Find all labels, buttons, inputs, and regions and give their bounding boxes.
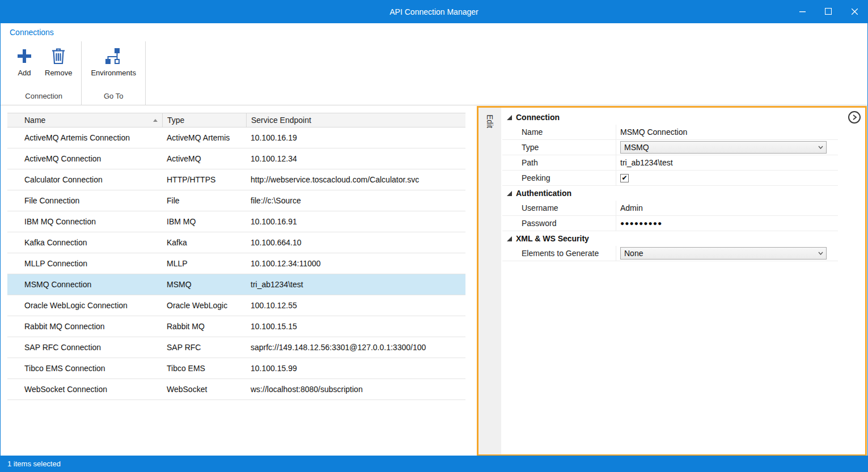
property-group-header-authentication[interactable]: Authentication	[502, 186, 838, 201]
field-value: ✔	[616, 171, 838, 185]
row-type-cell: ActiveMQ	[162, 148, 246, 169]
row-name-cell: Oracle WebLogic Connection	[7, 295, 162, 316]
table-row[interactable]: SAP RFC Connection SAP RFC saprfc://149.…	[7, 337, 465, 358]
sort-ascending-icon	[153, 119, 158, 122]
field-label: Type	[502, 140, 616, 155]
ribbon-group-label-go-to: Go To	[85, 91, 141, 105]
edit-panel-tab[interactable]: Edit	[479, 108, 501, 454]
environments-button-label: Environments	[91, 69, 136, 77]
chevron-down-icon	[818, 146, 823, 149]
elements-to-generate-dropdown-value: None	[624, 249, 643, 258]
environments-button[interactable]: Environments	[85, 44, 141, 77]
row-endpoint-cell: 10.100.15.99	[246, 358, 465, 379]
password-field[interactable]: ●●●●●●●●●	[616, 216, 838, 231]
field-value: MSMQ	[616, 140, 838, 155]
row-name-cell: File Connection	[7, 190, 162, 211]
row-type-cell: Oracle WebLogic	[162, 295, 246, 316]
row-type-cell: MLLP	[162, 253, 246, 274]
chevron-down-icon	[818, 252, 823, 255]
row-endpoint-cell: 10.100.664.10	[246, 232, 465, 253]
property-group-header-connection[interactable]: Connection	[502, 110, 838, 125]
row-type-cell: Tibco EMS	[162, 358, 246, 379]
row-endpoint-cell: 10.100.12.34	[246, 148, 465, 169]
row-endpoint-cell: 10.100.15.15	[246, 316, 465, 337]
app-window: API Connection Manager Connections	[0, 0, 868, 472]
field-value: None	[616, 246, 838, 261]
row-type-cell: HTTP/HTTPS	[162, 169, 246, 190]
property-group-label: Authentication	[516, 189, 571, 198]
remove-icon	[50, 45, 67, 67]
add-icon	[15, 45, 33, 67]
status-bar: 1 items selected	[1, 456, 867, 471]
row-endpoint-cell: 10.100.12.34:11000	[246, 253, 465, 274]
row-type-cell: MSMQ	[162, 274, 246, 295]
window-controls	[789, 1, 867, 23]
window-title: API Connection Manager	[79, 7, 789, 16]
column-header-service-endpoint[interactable]: Service Endpoint	[246, 113, 465, 127]
table-row[interactable]: ActiveMQ Connection ActiveMQ 10.100.12.3…	[7, 148, 465, 169]
row-name-cell: Kafka Connection	[7, 232, 162, 253]
name-field[interactable]: MSMQ Connection	[616, 125, 838, 139]
row-endpoint-cell: 100.10.12.55	[246, 295, 465, 316]
row-name-cell: WebSocket Connection	[7, 379, 162, 399]
row-endpoint-cell: 10.100.16.91	[246, 211, 465, 232]
row-type-cell: File	[162, 190, 246, 211]
path-field[interactable]: tri_ab1234\test	[616, 155, 838, 170]
field-label: Elements to Generate	[502, 246, 616, 261]
collapse-icon	[507, 115, 512, 120]
add-button-label: Add	[18, 69, 31, 77]
ribbon-group-label-connection: Connection	[10, 91, 78, 105]
chevron-right-icon	[852, 112, 857, 122]
table-row[interactable]: Calculator Connection HTTP/HTTPS http://…	[7, 169, 465, 190]
table-row[interactable]: WebSocket Connection WebSocket ws://loca…	[7, 379, 465, 400]
row-endpoint-cell: file://c:\Source	[246, 190, 465, 211]
property-group-header-xml-ws-security[interactable]: XML & WS Security	[502, 231, 838, 246]
maximize-button[interactable]	[815, 1, 841, 23]
elements-to-generate-dropdown[interactable]: None	[620, 247, 827, 260]
close-button[interactable]	[841, 1, 867, 23]
collapse-icon	[507, 236, 512, 241]
field-row-type: Type MSMQ	[502, 140, 838, 155]
status-text: 1 items selected	[7, 460, 61, 468]
collapse-panel-button[interactable]	[848, 111, 861, 124]
row-type-cell: Rabbit MQ	[162, 316, 246, 337]
table-row[interactable]: Kafka Connection Kafka 10.100.664.10	[7, 232, 465, 253]
tab-connections[interactable]: Connections	[10, 28, 54, 37]
table-row[interactable]: Rabbit MQ Connection Rabbit MQ 10.100.15…	[7, 316, 465, 337]
table-row[interactable]: IBM MQ Connection IBM MQ 10.100.16.91	[7, 211, 465, 232]
row-type-cell: WebSocket	[162, 379, 246, 399]
row-type-cell: ActiveMQ Artemis	[162, 127, 246, 148]
table-row[interactable]: ActiveMQ Artemis Connection ActiveMQ Art…	[7, 127, 465, 148]
row-type-cell: Kafka	[162, 232, 246, 253]
table-row[interactable]: Oracle WebLogic Connection Oracle WebLog…	[7, 295, 465, 316]
row-type-cell: SAP RFC	[162, 337, 246, 358]
type-dropdown[interactable]: MSMQ	[620, 141, 827, 154]
peeking-checkbox[interactable]: ✔	[620, 174, 629, 182]
type-dropdown-value: MSMQ	[624, 143, 649, 152]
table-row[interactable]: MLLP Connection MLLP 10.100.12.34:11000	[7, 253, 465, 274]
username-field[interactable]: Admin	[616, 201, 838, 215]
row-name-cell: ActiveMQ Artemis Connection	[7, 127, 162, 148]
table-row-selected[interactable]: MSMQ Connection MSMQ tri_ab1234\test	[7, 274, 465, 295]
close-icon	[852, 7, 858, 17]
ribbon-group-go-to: Environments Go To	[82, 41, 145, 105]
maximize-icon	[825, 7, 832, 17]
table-row[interactable]: File Connection File file://c:\Source	[7, 190, 465, 211]
property-group-label: Connection	[516, 113, 560, 122]
property-grid: Connection Name MSMQ Connection Type MSM…	[501, 108, 865, 454]
ribbon-group-buttons: Add Remove	[10, 41, 78, 91]
minimize-button[interactable]	[789, 1, 815, 23]
row-name-cell: Tibco EMS Connection	[7, 358, 162, 379]
field-label: Path	[502, 155, 616, 170]
column-header-name[interactable]: Name	[7, 113, 162, 127]
remove-button[interactable]: Remove	[39, 44, 78, 77]
row-endpoint-cell: 10.100.16.19	[246, 127, 465, 148]
column-header-type[interactable]: Type	[162, 113, 246, 127]
field-label: Peeking	[502, 171, 616, 185]
add-button[interactable]: Add	[10, 44, 39, 77]
connections-table: Name Type Service Endpoint ActiveMQ Arte…	[7, 113, 465, 400]
row-name-cell: Calculator Connection	[7, 169, 162, 190]
table-row[interactable]: Tibco EMS Connection Tibco EMS 10.100.15…	[7, 358, 465, 379]
field-row-password: Password ●●●●●●●●●	[502, 216, 838, 231]
table-header: Name Type Service Endpoint	[7, 113, 465, 127]
